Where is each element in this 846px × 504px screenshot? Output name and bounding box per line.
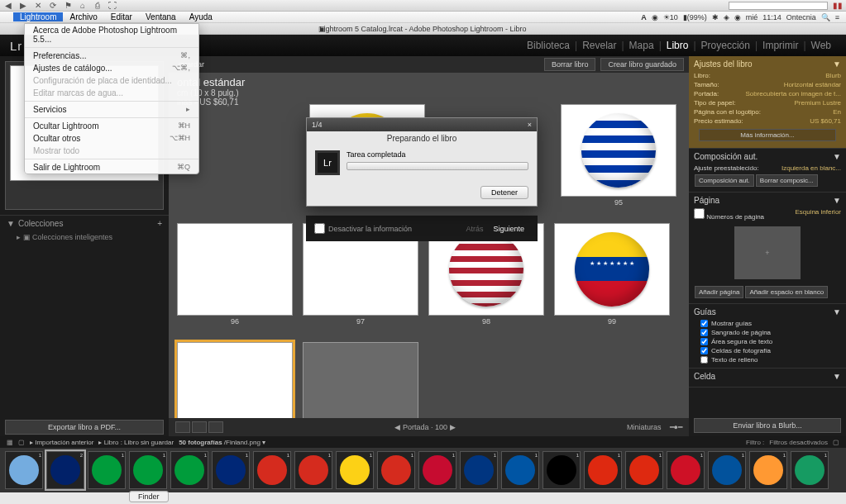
filmstrip-thumb[interactable]: 1 [791, 451, 829, 489]
menu-ventana[interactable]: Ventana [139, 12, 183, 21]
stop-button[interactable]: Detener [480, 186, 528, 199]
url-input[interactable] [729, 2, 828, 10]
show-guides-checkbox[interactable] [700, 320, 708, 327]
mod-web[interactable]: Web [806, 40, 836, 51]
mod-libro[interactable]: Libro [662, 40, 694, 51]
mac-menubar: Lightroom Archivo Editar Ventana Ayuda A… [0, 12, 846, 23]
page-template-thumb[interactable]: + [734, 226, 801, 279]
progress-dialog: 1/4× Preparando el libro Lr Tarea comple… [306, 117, 538, 207]
filmstrip-thumb[interactable]: 1 [418, 451, 456, 489]
menu-lightroom[interactable]: Lightroom [13, 12, 63, 21]
pagenum-checkbox[interactable] [694, 208, 705, 219]
filmstrip-thumb[interactable]: 1 [5, 451, 43, 489]
page-thumb: 95 [561, 104, 676, 207]
mod-biblioteca[interactable]: Biblioteca [522, 40, 575, 51]
crumb-import[interactable]: ▸ Importación anterior [30, 439, 93, 446]
flag-icon[interactable]: ⚑ [63, 1, 73, 11]
autocomp-button[interactable]: Composición aut. [695, 174, 754, 187]
page-thumb-selected[interactable]: 100 [177, 342, 293, 418]
filmstrip-thumb[interactable]: 1 [667, 451, 705, 489]
filmstrip-thumb[interactable]: 1 [129, 451, 167, 489]
monitor-icon[interactable]: ▢ [18, 439, 25, 446]
autocomp-panel: Composición aut.▼ Ajuste preestablecido:… [689, 149, 846, 193]
menu-editar[interactable]: Editar [104, 12, 139, 21]
crumb-book[interactable]: ▸ Libro : Libro sin guardar [98, 439, 174, 446]
guide-bleed-checkbox[interactable] [700, 329, 708, 336]
next-button[interactable]: Siguiente [488, 225, 529, 233]
filmstrip-thumb[interactable]: 1 [253, 451, 291, 489]
filmstrip-thumb[interactable]: 1 [625, 451, 663, 489]
menu-icon[interactable]: ▮▮ [833, 1, 843, 11]
filmstrip-thumb[interactable]: 1 [336, 451, 374, 489]
view-single-button[interactable] [208, 421, 223, 433]
view-grid-button[interactable] [175, 421, 190, 433]
smart-collections[interactable]: ▸ ▣ Colecciones inteligentes [7, 231, 162, 243]
filmstrip-thumb[interactable]: 1 [501, 451, 539, 489]
mod-proyeccion[interactable]: Proyección [696, 40, 755, 51]
clear-comp-button[interactable]: Borrar composic... [756, 174, 818, 187]
mod-imprimir[interactable]: Imprimir [758, 40, 803, 51]
back-button[interactable]: Atrás [461, 225, 488, 233]
status-adobe-icon: A [641, 13, 647, 21]
filmstrip-thumb[interactable]: 1 [749, 451, 787, 489]
mod-revelar[interactable]: Revelar [577, 40, 621, 51]
filmstrip-thumb[interactable]: 1 [584, 451, 622, 489]
forward-icon[interactable]: ▶ [18, 1, 28, 11]
filmstrip-thumb[interactable]: 1 [294, 451, 332, 489]
fullscreen-icon[interactable]: ⛶ [108, 1, 117, 11]
menu-ayuda[interactable]: Ayuda [183, 12, 219, 21]
grid-icon[interactable]: ▦ [7, 439, 13, 446]
filter-label: Filtro : [746, 439, 764, 446]
filter-dropdown[interactable]: Filtros desactivados [769, 439, 828, 446]
page-thumb[interactable]: 99 [554, 223, 670, 326]
page-panel: Página▼ Números de páginaEsquina inferio… [689, 193, 846, 304]
status-brightness: ☀ 10 [663, 13, 678, 21]
windows-toolbar: ◀ ▶ ✕ ⟳ ⚑ ⌂ ⎙ ⛶ ▮▮ [0, 0, 846, 12]
print-icon[interactable]: ⎙ [93, 1, 103, 11]
back-icon[interactable]: ◀ [3, 1, 13, 11]
page-indicator: ◀ Portada · 100 ▶ [394, 423, 455, 431]
more-info-button[interactable]: Más información... [699, 129, 835, 141]
mi-catalog[interactable]: Ajustes de catálogo...⌥⌘, [25, 62, 198, 74]
filmstrip-thumb[interactable]: 1 [170, 451, 208, 489]
lightroom-menu-dropdown: Acerca de Adobe Photoshop Lightroom 5.5.… [24, 23, 199, 174]
filmstrip-thumb[interactable]: 1 [212, 451, 250, 489]
delete-book-button[interactable]: Borrar libro [544, 58, 596, 71]
mi-quit[interactable]: Salir de Lightroom⌘Q [25, 161, 198, 174]
export-pdf-button[interactable]: Exportar libro a PDF... [5, 420, 164, 435]
page-thumb-back[interactable] [303, 342, 418, 418]
collections-header[interactable]: ▼ Colecciones+ [7, 219, 162, 228]
close-icon[interactable]: × [528, 121, 532, 129]
reload-icon[interactable]: ⟳ [48, 1, 58, 11]
page-thumb[interactable]: 96 [177, 223, 293, 326]
guide-cells-checkbox[interactable] [700, 347, 708, 354]
mi-about[interactable]: Acerca de Adobe Photoshop Lightroom 5.5.… [25, 24, 198, 45]
filmstrip[interactable]: 12111111111111111111 [0, 448, 846, 492]
spotlight-icon[interactable]: 🔍 [821, 13, 830, 21]
menu-archivo[interactable]: Archivo [63, 12, 103, 21]
mi-hide-others[interactable]: Ocultar otros⌥⌘H [25, 132, 198, 145]
add-blank-button[interactable]: Añadir espacio en blanco [745, 286, 828, 298]
send-blurb-button[interactable]: Enviar libro a Blurb... [694, 418, 841, 433]
stop-icon[interactable]: ✕ [33, 1, 43, 11]
mod-mapa[interactable]: Mapa [624, 40, 659, 51]
thumb-size-slider[interactable]: ━●━ [670, 423, 682, 431]
home-icon[interactable]: ⌂ [78, 1, 88, 11]
filmstrip-thumb[interactable]: 1 [88, 451, 126, 489]
create-saved-book-button[interactable]: Crear libro guardado [600, 58, 684, 71]
guide-filler-checkbox[interactable] [700, 356, 708, 364]
guide-textsafe-checkbox[interactable] [700, 338, 708, 345]
mi-services[interactable]: Servicios▸ [25, 103, 198, 116]
disable-info-checkbox[interactable] [314, 223, 325, 234]
filmstrip-thumb[interactable]: 2 [46, 451, 84, 489]
filmstrip-thumb[interactable]: 1 [542, 451, 581, 489]
mi-prefs[interactable]: Preferencias...⌘, [25, 50, 198, 62]
add-page-button[interactable]: Añadir página [695, 286, 743, 298]
filter-lock-icon[interactable]: ▢ [833, 439, 839, 446]
view-spread-button[interactable] [192, 421, 207, 433]
filmstrip-thumb[interactable]: 1 [460, 451, 498, 489]
filmstrip-thumb[interactable]: 1 [377, 451, 415, 489]
mi-hide[interactable]: Ocultar Lightroom⌘H [25, 120, 198, 132]
filmstrip-thumb[interactable]: 1 [708, 451, 746, 489]
notifications-icon[interactable]: ≡ [835, 13, 839, 21]
